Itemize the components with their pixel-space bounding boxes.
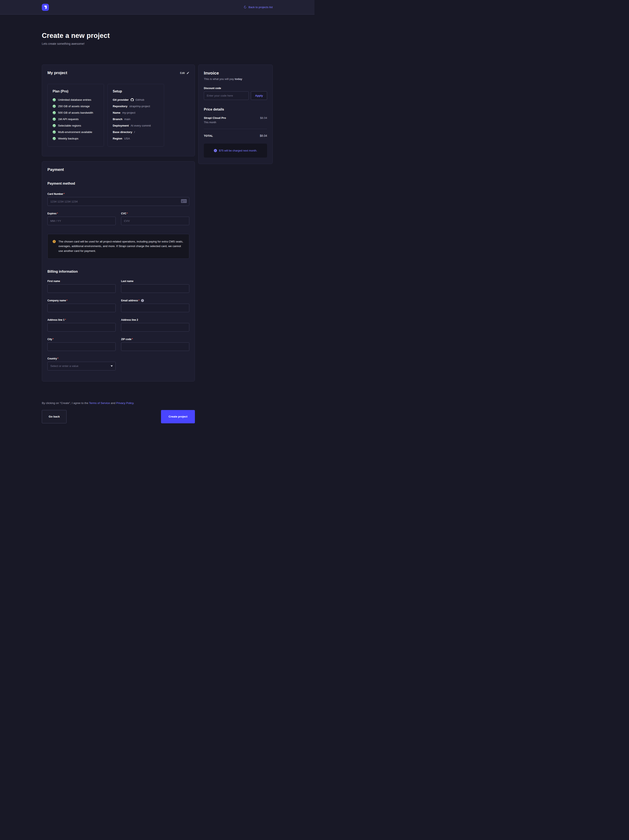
setup-row-label: Branch: [113, 118, 123, 121]
price-details-heading: Price details: [204, 107, 267, 111]
top-navbar: Back to projects list: [0, 0, 314, 14]
address-line2-label: Address line 2: [121, 319, 189, 321]
footer-actions: Go back Create project: [42, 410, 195, 455]
zip-code-field: ZIP code*: [121, 338, 189, 351]
line-item-name: Strapi Cloud Pro: [204, 116, 226, 120]
info-icon: i: [214, 149, 217, 152]
check-icon: [53, 137, 56, 140]
discount-code-input[interactable]: [204, 92, 249, 100]
apply-discount-button[interactable]: Apply: [251, 92, 267, 100]
go-back-button[interactable]: Go back: [42, 410, 66, 423]
last-name-field: Last name: [121, 280, 189, 293]
first-name-label: First name: [47, 280, 116, 283]
back-link-label: Back to projects list: [249, 6, 273, 9]
edit-button[interactable]: Edit: [180, 71, 189, 74]
plan-feature-item: 500 GB of assets bandwidth: [53, 111, 99, 114]
expires-input[interactable]: [47, 217, 116, 225]
email-label: Email address* i: [121, 299, 189, 302]
setup-row-label: Repository: [113, 105, 128, 108]
city-input[interactable]: [47, 343, 116, 351]
terms-of-service-link[interactable]: Terms of Service: [89, 401, 110, 404]
address-line2-input[interactable]: [121, 323, 189, 332]
plan-feature-label: Selectable regions: [58, 124, 81, 127]
plan-feature-item: 1M API requests: [53, 118, 99, 121]
privacy-policy-link[interactable]: Privacy Policy: [116, 401, 134, 404]
line-item-amount: $8.04: [260, 116, 267, 120]
invoice-title: Invoice: [204, 71, 267, 76]
setup-list: Git provider GitHub Repository strapi/my…: [113, 98, 159, 140]
invoice-divider: [204, 129, 267, 129]
plan-feature-item: Unlimited database entries: [53, 98, 99, 101]
plan-subcard: Plan (Pro) Unlimited database entries 25…: [47, 84, 104, 147]
warning-icon: !: [53, 240, 56, 243]
plan-title: Plan (Pro): [53, 90, 99, 93]
setup-row-value: At every commit: [131, 124, 151, 127]
setup-row-value: main: [125, 118, 131, 121]
check-icon: [53, 98, 56, 101]
card-number-input[interactable]: [47, 197, 189, 206]
total-amount: $8.04: [260, 134, 267, 137]
country-select-placeholder: Select or enter a value: [50, 365, 79, 368]
total-label: TOTAL: [204, 134, 213, 137]
company-name-input[interactable]: [47, 304, 116, 312]
cvc-label: CVC*: [121, 212, 189, 215]
invoice-panel: Invoice This is what you will pay today …: [198, 65, 273, 164]
zip-code-input[interactable]: [121, 343, 189, 351]
address-line1-input[interactable]: [47, 323, 116, 332]
email-field: Email address* i: [121, 299, 189, 312]
setup-row: Name my-project: [113, 111, 159, 114]
price-line-item: Strapi Cloud Pro This month $8.04: [204, 116, 267, 124]
credit-card-icon: [181, 199, 187, 204]
setup-row-value: my-project: [122, 111, 136, 114]
last-name-label: Last name: [121, 280, 189, 283]
return-arrow-icon: [244, 6, 247, 9]
invoice-subtitle-emphasis: today: [235, 77, 242, 81]
next-month-note: i $75 will be charged next month.: [204, 144, 267, 158]
edit-pencil-icon: [187, 72, 189, 74]
payment-card: Payment Payment method Card Number*: [42, 161, 195, 382]
check-icon: [53, 105, 56, 108]
back-to-projects-link[interactable]: Back to projects list: [244, 6, 273, 9]
setup-row-value: USA: [124, 137, 130, 140]
page-title: Create a new project: [42, 32, 273, 39]
email-info-icon[interactable]: i: [141, 299, 144, 302]
last-name-input[interactable]: [121, 284, 189, 293]
card-usage-warning: ! The chosen card will be used for all p…: [47, 234, 189, 259]
address-line1-label: Address line 1*: [47, 319, 116, 321]
plan-feature-label: 1M API requests: [58, 118, 79, 121]
check-icon: [53, 124, 56, 127]
create-project-button[interactable]: Create project: [161, 410, 195, 423]
note-text: $75 will be charged next month.: [219, 149, 257, 152]
setup-row-label: Base directory: [113, 131, 132, 134]
country-field: Country* Select or enter a value: [47, 357, 116, 371]
plan-feature-item: Multi-environment available: [53, 131, 99, 134]
cvc-input[interactable]: [121, 217, 189, 225]
setup-row-value: strapi/my-project: [129, 105, 150, 108]
company-name-field: Company name*: [47, 299, 116, 312]
setup-row: Deployment At every commit: [113, 124, 159, 127]
payment-title: Payment: [47, 167, 189, 172]
country-label: Country*: [47, 357, 116, 360]
required-asterisk: *: [127, 212, 128, 215]
expires-label: Expires*: [47, 212, 116, 215]
zip-code-label: ZIP code*: [121, 338, 189, 341]
company-name-label: Company name*: [47, 299, 116, 302]
expires-field: Expires*: [47, 212, 116, 225]
check-icon: [53, 111, 56, 114]
setup-title: Setup: [113, 90, 159, 93]
plan-feature-label: Weekly backups: [58, 137, 79, 140]
billing-heading: Billing information: [47, 270, 189, 273]
plan-feature-label: Unlimited database entries: [58, 98, 91, 101]
my-project-card: My project Edit Plan (Pro) Unlimited dat…: [42, 65, 195, 156]
invoice-subtitle: This is what you will pay today: [204, 77, 267, 81]
first-name-input[interactable]: [47, 284, 116, 293]
card-number-label: Card Number*: [47, 193, 189, 196]
country-select[interactable]: Select or enter a value: [47, 362, 116, 371]
required-asterisk: *: [57, 212, 58, 215]
discount-code-label: Discount code: [204, 87, 267, 90]
setup-row-value: /: [134, 131, 135, 134]
required-asterisk: *: [64, 193, 65, 196]
email-input[interactable]: [121, 304, 189, 312]
edit-button-label: Edit: [180, 71, 185, 74]
strapi-logo-icon[interactable]: [42, 4, 49, 11]
